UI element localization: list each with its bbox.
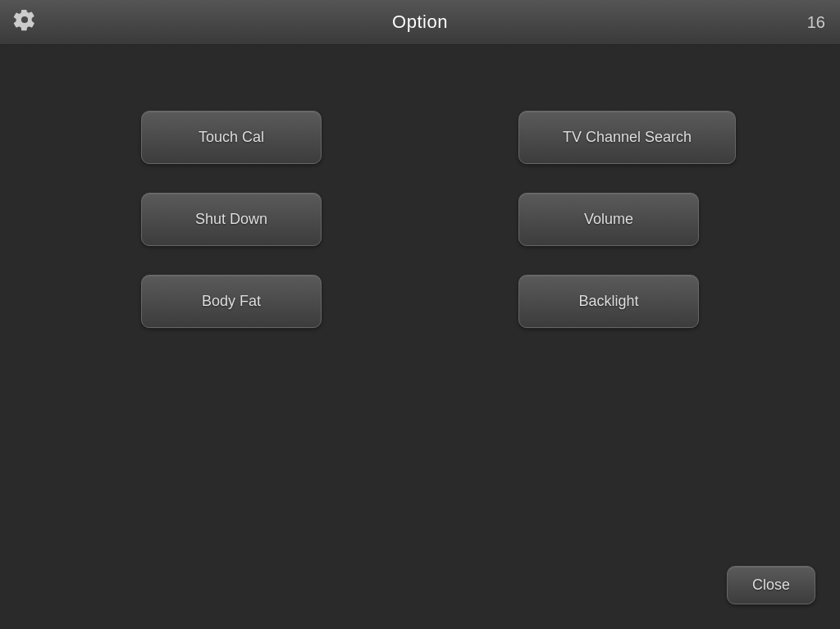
header: Option 16 — [0, 0, 840, 45]
body-fat-button[interactable]: Body Fat — [141, 275, 322, 328]
main-content: Touch Cal TV Channel Search Shut Down Vo… — [0, 45, 840, 629]
page-title: Option — [392, 11, 448, 33]
gear-icon — [13, 8, 36, 37]
shut-down-button[interactable]: Shut Down — [141, 193, 322, 246]
tv-channel-search-button[interactable]: TV Channel Search — [518, 111, 736, 164]
button-grid: Touch Cal TV Channel Search Shut Down Vo… — [141, 111, 699, 332]
backlight-button[interactable]: Backlight — [518, 275, 699, 328]
touch-cal-button[interactable]: Touch Cal — [141, 111, 322, 164]
header-number: 16 — [807, 13, 825, 32]
close-button[interactable]: Close — [727, 566, 815, 604]
volume-button[interactable]: Volume — [518, 193, 699, 246]
